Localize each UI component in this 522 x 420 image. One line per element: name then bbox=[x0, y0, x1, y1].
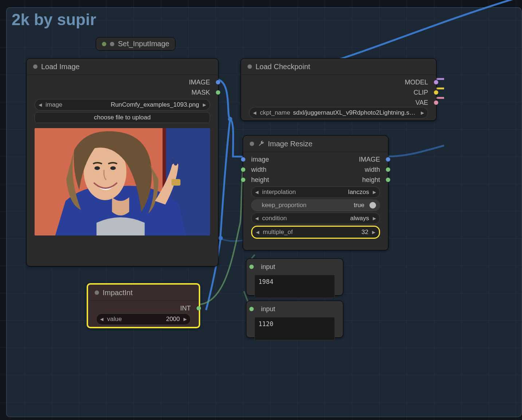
next-icon[interactable]: ▶ bbox=[203, 102, 206, 107]
param-multiple-of[interactable]: ◀multiple_of 32▶ bbox=[251, 226, 380, 239]
slot-dot bbox=[102, 42, 106, 46]
output-int[interactable]: INT bbox=[180, 303, 199, 313]
toggle-dot[interactable] bbox=[369, 202, 376, 209]
input-slot[interactable]: input bbox=[246, 304, 275, 314]
svg-point-10 bbox=[171, 159, 174, 163]
node-set-inputimage[interactable]: Set_InputImage bbox=[96, 37, 175, 51]
node-title: Set_InputImage bbox=[118, 40, 169, 48]
node-title: Image Resize bbox=[268, 140, 312, 148]
output-image[interactable]: IMAGE bbox=[359, 154, 388, 165]
output-width[interactable]: width bbox=[359, 165, 388, 175]
display-value: 1984 bbox=[254, 275, 335, 298]
slot-dot bbox=[241, 178, 245, 182]
slot-dot bbox=[386, 178, 390, 182]
node-title: Load Image bbox=[41, 63, 80, 71]
next-icon[interactable]: ▶ bbox=[421, 110, 424, 115]
svg-rect-8 bbox=[171, 179, 181, 186]
choose-file-button[interactable]: choose file to upload bbox=[35, 112, 210, 123]
output-vae[interactable]: VAE bbox=[405, 98, 436, 108]
output-image[interactable]: IMAGE bbox=[189, 77, 218, 87]
param-image[interactable]: ◀image RunComfy_examples_1093.png▶ bbox=[35, 99, 210, 111]
slot-dot bbox=[216, 80, 220, 84]
input-width[interactable]: width bbox=[243, 165, 269, 175]
param-value[interactable]: ◀value 2000▶ bbox=[96, 313, 191, 325]
group-title: 2k by supir bbox=[12, 11, 96, 29]
collapse-dot[interactable] bbox=[248, 64, 252, 69]
param-condition[interactable]: ◀condition always▶ bbox=[251, 213, 380, 224]
node-load-image[interactable]: Load Image IMAGE MASK ◀image RunComfy_ex… bbox=[26, 58, 218, 266]
output-model[interactable]: MODEL bbox=[405, 77, 436, 87]
image-preview bbox=[35, 128, 210, 235]
slot-dot bbox=[197, 306, 201, 310]
collapse-dot[interactable] bbox=[95, 290, 99, 295]
slot-dot bbox=[386, 157, 390, 162]
display-value: 1120 bbox=[254, 317, 335, 340]
node-impactint[interactable]: ImpactInt INT ◀value 2000▶ bbox=[87, 283, 200, 328]
prev-icon[interactable]: ◀ bbox=[39, 102, 42, 107]
output-height[interactable]: height bbox=[359, 175, 388, 185]
param-ckpt-name[interactable]: ◀ckpt_name sdxl/juggernautXL_v9Rdphoto2L… bbox=[249, 107, 428, 119]
svg-point-9 bbox=[174, 162, 177, 166]
input-height[interactable]: height bbox=[243, 175, 269, 185]
param-keep-proportion[interactable]: keep_proportion true bbox=[251, 199, 380, 211]
slot-dot bbox=[249, 307, 254, 311]
input-image[interactable]: image bbox=[243, 154, 269, 165]
node-image-resize[interactable]: Image Resize image width height IMAGE wi… bbox=[243, 135, 388, 250]
slot-dot bbox=[241, 167, 245, 172]
input-slot[interactable]: input bbox=[246, 262, 275, 272]
slot-dot bbox=[216, 90, 220, 95]
node-display-1[interactable]: input 1984 bbox=[246, 258, 343, 296]
slot-dot bbox=[434, 90, 438, 95]
output-clip[interactable]: CLIP bbox=[405, 87, 436, 98]
slot-dot bbox=[434, 80, 438, 84]
slot-dot bbox=[110, 42, 114, 46]
prev-icon[interactable]: ◀ bbox=[253, 110, 256, 115]
wrench-icon[interactable] bbox=[258, 140, 264, 147]
slot-dot bbox=[434, 100, 438, 105]
svg-point-7 bbox=[110, 166, 116, 170]
node-title: ImpactInt bbox=[103, 289, 133, 297]
slot-dot bbox=[241, 157, 245, 162]
node-load-checkpoint[interactable]: Load Checkpoint MODEL CLIP VAE ◀ckpt_nam… bbox=[241, 58, 436, 121]
output-mask[interactable]: MASK bbox=[189, 87, 218, 98]
collapse-dot[interactable] bbox=[250, 142, 254, 146]
slot-dot bbox=[249, 265, 254, 269]
slot-dot bbox=[386, 167, 390, 172]
node-display-2[interactable]: input 1120 bbox=[246, 301, 343, 338]
svg-point-6 bbox=[94, 166, 100, 170]
node-title: Load Checkpoint bbox=[256, 63, 310, 71]
collapse-dot[interactable] bbox=[33, 64, 37, 69]
param-interpolation[interactable]: ◀interpolation lanczos▶ bbox=[251, 186, 380, 198]
